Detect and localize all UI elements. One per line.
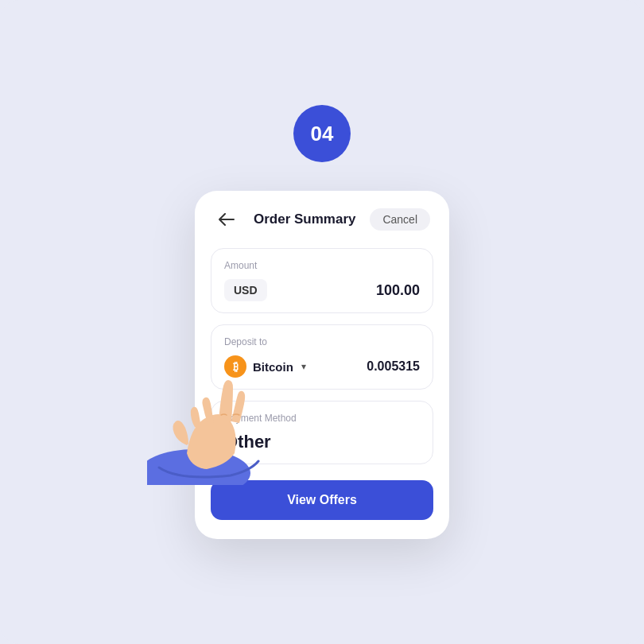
deposit-section: Deposit to ₿ Bitcoin ▾ 0.005315 bbox=[211, 324, 433, 390]
amount-section: Amount USD 100.00 bbox=[211, 248, 433, 313]
card-body: Amount USD 100.00 Deposit to ₿ B bbox=[195, 245, 449, 539]
amount-value: 100.00 bbox=[376, 282, 420, 299]
crypto-name: Bitcoin bbox=[253, 360, 293, 374]
payment-method-value: Other bbox=[224, 432, 420, 452]
card-header: Order Summary Cancel bbox=[195, 191, 449, 245]
bitcoin-icon: ₿ bbox=[224, 355, 246, 378]
view-offers-button[interactable]: View Offers bbox=[211, 480, 433, 520]
chevron-down-icon: ▾ bbox=[301, 361, 306, 372]
amount-row: USD 100.00 bbox=[224, 279, 420, 301]
back-icon bbox=[219, 213, 235, 226]
page-container: 04 Order Summary Cancel Amount USD bbox=[0, 0, 644, 644]
payment-section: Payment Method Other bbox=[211, 401, 433, 464]
back-button[interactable] bbox=[214, 207, 239, 232]
amount-label: Amount bbox=[224, 260, 420, 271]
currency-badge: USD bbox=[224, 279, 267, 301]
payment-label: Payment Method bbox=[224, 413, 420, 424]
bitcoin-symbol: ₿ bbox=[233, 360, 239, 373]
page-title: Order Summary bbox=[254, 211, 356, 227]
deposit-amount: 0.005315 bbox=[367, 359, 420, 374]
phone-card: Order Summary Cancel Amount USD 100.00 D… bbox=[195, 191, 449, 539]
step-badge: 04 bbox=[293, 105, 351, 162]
step-number: 04 bbox=[311, 122, 334, 146]
crypto-selector[interactable]: ₿ Bitcoin ▾ bbox=[224, 355, 306, 378]
deposit-label: Deposit to bbox=[224, 336, 420, 347]
deposit-row: ₿ Bitcoin ▾ 0.005315 bbox=[224, 355, 420, 378]
cancel-button[interactable]: Cancel bbox=[370, 208, 430, 231]
card-wrapper: Order Summary Cancel Amount USD 100.00 D… bbox=[195, 191, 449, 539]
